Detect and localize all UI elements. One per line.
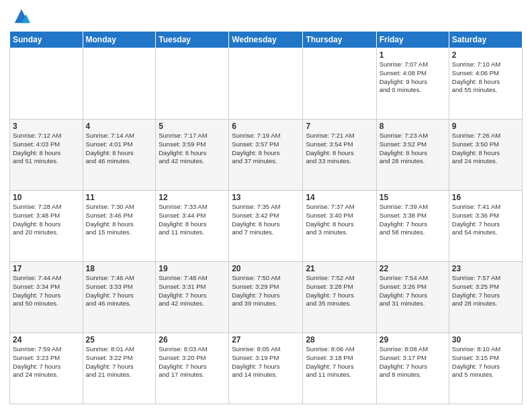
day-number: 10 bbox=[13, 193, 80, 202]
day-info: Sunrise: 8:03 AM Sunset: 3:20 PM Dayligh… bbox=[159, 345, 226, 379]
calendar-cell: 9Sunrise: 7:26 AM Sunset: 3:50 PM Daylig… bbox=[449, 120, 522, 191]
calendar-cell: 20Sunrise: 7:50 AM Sunset: 3:29 PM Dayli… bbox=[229, 262, 303, 333]
calendar-cell: 17Sunrise: 7:44 AM Sunset: 3:34 PM Dayli… bbox=[10, 262, 83, 333]
day-number: 22 bbox=[380, 264, 446, 273]
day-number: 27 bbox=[232, 335, 300, 345]
day-info: Sunrise: 7:10 AM Sunset: 4:06 PM Dayligh… bbox=[452, 60, 519, 95]
day-info: Sunrise: 7:19 AM Sunset: 3:57 PM Dayligh… bbox=[232, 132, 300, 166]
day-number: 14 bbox=[306, 193, 373, 202]
day-info: Sunrise: 7:50 AM Sunset: 3:29 PM Dayligh… bbox=[232, 274, 300, 308]
header bbox=[9, 7, 523, 26]
calendar-cell: 23Sunrise: 7:57 AM Sunset: 3:25 PM Dayli… bbox=[449, 262, 522, 333]
calendar-cell: 11Sunrise: 7:30 AM Sunset: 3:46 PM Dayli… bbox=[83, 191, 156, 262]
day-number: 19 bbox=[159, 264, 226, 273]
weekday-header-sunday: Sunday bbox=[10, 32, 83, 48]
day-info: Sunrise: 7:57 AM Sunset: 3:25 PM Dayligh… bbox=[452, 274, 519, 308]
day-number: 1 bbox=[380, 50, 446, 60]
calendar-cell: 21Sunrise: 7:52 AM Sunset: 3:28 PM Dayli… bbox=[303, 262, 376, 333]
day-number: 26 bbox=[159, 335, 226, 345]
calendar-cell: 22Sunrise: 7:54 AM Sunset: 3:26 PM Dayli… bbox=[376, 262, 449, 333]
calendar-cell: 8Sunrise: 7:23 AM Sunset: 3:52 PM Daylig… bbox=[376, 120, 449, 191]
day-number: 9 bbox=[452, 122, 519, 131]
day-info: Sunrise: 7:26 AM Sunset: 3:50 PM Dayligh… bbox=[452, 132, 519, 166]
day-info: Sunrise: 8:08 AM Sunset: 3:17 PM Dayligh… bbox=[380, 345, 446, 379]
calendar-cell bbox=[156, 48, 229, 120]
calendar-cell: 12Sunrise: 7:33 AM Sunset: 3:44 PM Dayli… bbox=[156, 191, 229, 262]
day-info: Sunrise: 7:39 AM Sunset: 3:38 PM Dayligh… bbox=[380, 203, 446, 237]
calendar-cell bbox=[10, 48, 83, 120]
day-info: Sunrise: 7:21 AM Sunset: 3:54 PM Dayligh… bbox=[306, 132, 373, 166]
day-info: Sunrise: 7:46 AM Sunset: 3:33 PM Dayligh… bbox=[86, 274, 153, 308]
day-info: Sunrise: 8:10 AM Sunset: 3:15 PM Dayligh… bbox=[452, 345, 519, 379]
calendar-cell: 10Sunrise: 7:28 AM Sunset: 3:48 PM Dayli… bbox=[10, 191, 83, 262]
day-info: Sunrise: 7:30 AM Sunset: 3:46 PM Dayligh… bbox=[86, 203, 153, 237]
calendar-cell: 29Sunrise: 8:08 AM Sunset: 3:17 PM Dayli… bbox=[376, 333, 449, 404]
day-info: Sunrise: 7:14 AM Sunset: 4:01 PM Dayligh… bbox=[86, 132, 153, 166]
day-info: Sunrise: 8:06 AM Sunset: 3:18 PM Dayligh… bbox=[306, 345, 373, 379]
calendar-cell: 18Sunrise: 7:46 AM Sunset: 3:33 PM Dayli… bbox=[83, 262, 156, 333]
day-number: 17 bbox=[13, 264, 80, 273]
calendar-cell: 19Sunrise: 7:48 AM Sunset: 3:31 PM Dayli… bbox=[156, 262, 229, 333]
day-number: 13 bbox=[232, 193, 300, 202]
calendar-cell: 25Sunrise: 8:01 AM Sunset: 3:22 PM Dayli… bbox=[83, 333, 156, 404]
day-info: Sunrise: 7:17 AM Sunset: 3:59 PM Dayligh… bbox=[159, 132, 226, 166]
day-info: Sunrise: 7:59 AM Sunset: 3:23 PM Dayligh… bbox=[13, 345, 80, 379]
calendar-cell: 1Sunrise: 7:07 AM Sunset: 4:08 PM Daylig… bbox=[376, 48, 449, 120]
day-number: 16 bbox=[452, 193, 519, 202]
day-info: Sunrise: 7:28 AM Sunset: 3:48 PM Dayligh… bbox=[13, 203, 80, 237]
calendar-cell: 3Sunrise: 7:12 AM Sunset: 4:03 PM Daylig… bbox=[10, 120, 83, 191]
day-number: 6 bbox=[232, 122, 300, 131]
day-info: Sunrise: 7:54 AM Sunset: 3:26 PM Dayligh… bbox=[380, 274, 446, 308]
day-number: 20 bbox=[232, 264, 300, 273]
day-info: Sunrise: 7:44 AM Sunset: 3:34 PM Dayligh… bbox=[13, 274, 80, 308]
day-number: 2 bbox=[452, 50, 519, 60]
day-number: 3 bbox=[13, 122, 80, 131]
calendar-cell: 28Sunrise: 8:06 AM Sunset: 3:18 PM Dayli… bbox=[303, 333, 376, 404]
weekday-header-thursday: Thursday bbox=[303, 32, 376, 48]
day-number: 7 bbox=[306, 122, 373, 131]
calendar-cell: 27Sunrise: 8:05 AM Sunset: 3:19 PM Dayli… bbox=[229, 333, 303, 404]
calendar-cell: 7Sunrise: 7:21 AM Sunset: 3:54 PM Daylig… bbox=[303, 120, 376, 191]
day-info: Sunrise: 7:37 AM Sunset: 3:40 PM Dayligh… bbox=[306, 203, 373, 237]
weekday-header-saturday: Saturday bbox=[449, 32, 522, 48]
day-number: 8 bbox=[380, 122, 446, 131]
day-info: Sunrise: 7:33 AM Sunset: 3:44 PM Dayligh… bbox=[159, 203, 226, 237]
weekday-header-monday: Monday bbox=[83, 32, 156, 48]
weekday-header-wednesday: Wednesday bbox=[229, 32, 303, 48]
day-number: 5 bbox=[159, 122, 226, 131]
calendar-cell bbox=[303, 48, 376, 120]
weekday-header-friday: Friday bbox=[376, 32, 449, 48]
day-info: Sunrise: 7:52 AM Sunset: 3:28 PM Dayligh… bbox=[306, 274, 373, 308]
calendar-cell: 6Sunrise: 7:19 AM Sunset: 3:57 PM Daylig… bbox=[229, 120, 303, 191]
day-number: 21 bbox=[306, 264, 373, 273]
day-info: Sunrise: 7:07 AM Sunset: 4:08 PM Dayligh… bbox=[380, 60, 446, 95]
calendar-cell: 14Sunrise: 7:37 AM Sunset: 3:40 PM Dayli… bbox=[303, 191, 376, 262]
calendar-cell bbox=[83, 48, 156, 120]
day-info: Sunrise: 7:35 AM Sunset: 3:42 PM Dayligh… bbox=[232, 203, 300, 237]
calendar-cell: 2Sunrise: 7:10 AM Sunset: 4:06 PM Daylig… bbox=[449, 48, 522, 120]
weekday-header-tuesday: Tuesday bbox=[156, 32, 229, 48]
day-number: 4 bbox=[86, 122, 153, 131]
day-info: Sunrise: 7:41 AM Sunset: 3:36 PM Dayligh… bbox=[452, 203, 519, 237]
calendar-cell: 13Sunrise: 7:35 AM Sunset: 3:42 PM Dayli… bbox=[229, 191, 303, 262]
page: SundayMondayTuesdayWednesdayThursdayFrid… bbox=[0, 0, 532, 411]
day-number: 25 bbox=[86, 335, 153, 345]
day-info: Sunrise: 7:12 AM Sunset: 4:03 PM Dayligh… bbox=[13, 132, 80, 166]
day-number: 23 bbox=[452, 264, 519, 273]
day-number: 11 bbox=[86, 193, 153, 202]
calendar-cell: 16Sunrise: 7:41 AM Sunset: 3:36 PM Dayli… bbox=[449, 191, 522, 262]
calendar-cell: 24Sunrise: 7:59 AM Sunset: 3:23 PM Dayli… bbox=[10, 333, 83, 404]
calendar-cell bbox=[229, 48, 303, 120]
calendar: SundayMondayTuesdayWednesdayThursdayFrid… bbox=[9, 31, 523, 404]
day-info: Sunrise: 8:05 AM Sunset: 3:19 PM Dayligh… bbox=[232, 345, 300, 379]
calendar-cell: 4Sunrise: 7:14 AM Sunset: 4:01 PM Daylig… bbox=[83, 120, 156, 191]
calendar-cell: 15Sunrise: 7:39 AM Sunset: 3:38 PM Dayli… bbox=[376, 191, 449, 262]
day-number: 15 bbox=[380, 193, 446, 202]
calendar-cell: 5Sunrise: 7:17 AM Sunset: 3:59 PM Daylig… bbox=[156, 120, 229, 191]
day-number: 18 bbox=[86, 264, 153, 273]
day-number: 28 bbox=[306, 335, 373, 345]
day-info: Sunrise: 7:48 AM Sunset: 3:31 PM Dayligh… bbox=[159, 274, 226, 308]
day-info: Sunrise: 7:23 AM Sunset: 3:52 PM Dayligh… bbox=[380, 132, 446, 166]
day-number: 12 bbox=[159, 193, 226, 202]
day-number: 30 bbox=[452, 335, 519, 345]
